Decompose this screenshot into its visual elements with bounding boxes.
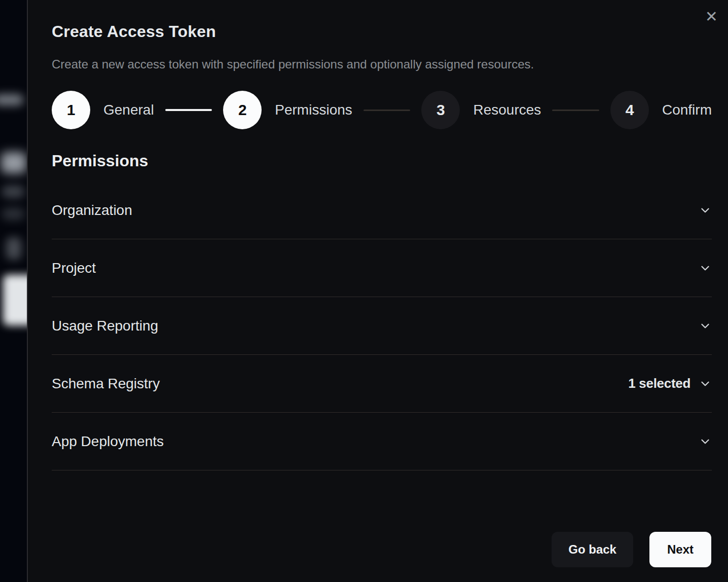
permission-group-row[interactable]: Usage Reporting: [52, 297, 712, 355]
step-label: Confirm: [662, 102, 712, 118]
group-row-right: [699, 204, 712, 217]
blurred-text: [2, 186, 24, 198]
blurred-panel: [3, 275, 28, 325]
permission-group-label: App Deployments: [52, 433, 164, 450]
step-label: Permissions: [275, 102, 352, 118]
step-number-circle: 1: [52, 91, 90, 129]
section-heading: Permissions: [52, 152, 712, 170]
chevron-down-icon: [699, 319, 712, 333]
permission-group-row[interactable]: Organization: [52, 181, 712, 239]
step-label: General: [103, 102, 154, 118]
group-row-right: [699, 435, 712, 448]
create-access-token-modal: ✕ Create Access Token Create a new acces…: [28, 0, 728, 582]
stepper-connector: [165, 109, 212, 111]
go-back-button[interactable]: Go back: [552, 532, 633, 567]
chevron-down-icon: [699, 204, 712, 217]
stepper-step-confirm[interactable]: 4Confirm: [610, 91, 712, 129]
modal-footer: Go back Next: [552, 532, 711, 567]
chevron-down-icon: [699, 435, 712, 448]
blurred-heading: [1, 152, 26, 173]
permission-group-row[interactable]: App Deployments: [52, 413, 712, 470]
stepper-connector: [552, 110, 599, 111]
chevron-down-icon: [699, 262, 712, 275]
stepper: 1General2Permissions3Resources4Confirm: [52, 91, 712, 129]
group-row-right: [699, 262, 712, 275]
close-icon[interactable]: ✕: [702, 6, 721, 27]
permission-group-label: Usage Reporting: [52, 318, 158, 334]
stepper-connector: [363, 110, 411, 111]
permission-group-label: Organization: [52, 202, 132, 219]
blurred-text: [0, 94, 23, 105]
stepper-step-permissions[interactable]: 2Permissions: [223, 91, 352, 129]
step-number-circle: 2: [223, 91, 262, 129]
blurred-text: [2, 208, 24, 220]
stepper-step-resources[interactable]: 3Resources: [421, 91, 541, 129]
permission-group-row[interactable]: Schema Registry1 selected: [52, 355, 712, 413]
permission-groups: OrganizationProjectUsage ReportingSchema…: [52, 181, 712, 470]
next-button[interactable]: Next: [649, 532, 711, 567]
step-number-circle: 4: [610, 91, 649, 129]
selection-count: 1 selected: [628, 376, 690, 391]
permission-group-label: Project: [52, 260, 96, 276]
permission-group-row[interactable]: Project: [52, 239, 712, 297]
blurred-icon: [6, 237, 21, 260]
step-label: Resources: [473, 102, 541, 118]
modal-subtitle: Create a new access token with specified…: [52, 57, 712, 71]
modal-title: Create Access Token: [52, 22, 712, 41]
background-page: [0, 0, 28, 582]
step-number-circle: 3: [421, 91, 460, 129]
stepper-step-general[interactable]: 1General: [52, 91, 154, 129]
group-row-right: 1 selected: [628, 376, 712, 391]
permission-group-label: Schema Registry: [52, 376, 160, 392]
group-row-right: [699, 319, 712, 333]
chevron-down-icon: [699, 377, 712, 390]
